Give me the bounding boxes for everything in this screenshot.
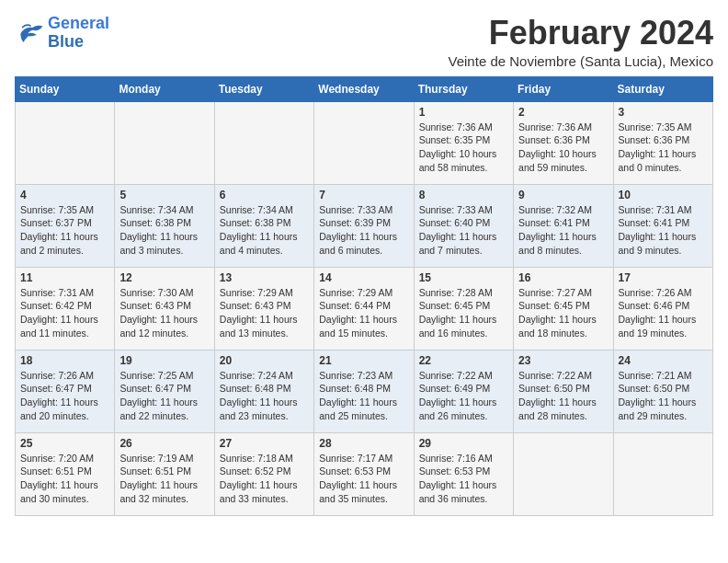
calendar-day-cell: 9Sunrise: 7:32 AM Sunset: 6:41 PM Daylig…: [514, 184, 613, 267]
location-title: Veinte de Noviembre (Santa Lucia), Mexic…: [449, 53, 713, 69]
day-info: Sunrise: 7:34 AM Sunset: 6:38 PM Dayligh…: [119, 203, 209, 258]
calendar-day-cell: 29Sunrise: 7:16 AM Sunset: 6:53 PM Dayli…: [414, 432, 513, 515]
day-info: Sunrise: 7:18 AM Sunset: 6:52 PM Dayligh…: [220, 452, 309, 506]
day-number: 3: [619, 106, 708, 119]
day-info: Sunrise: 7:21 AM Sunset: 6:50 PM Dayligh…: [619, 369, 708, 423]
day-number: 25: [20, 437, 109, 450]
day-info: Sunrise: 7:26 AM Sunset: 6:47 PM Dayligh…: [20, 369, 109, 423]
day-number: 20: [220, 354, 309, 367]
day-info: Sunrise: 7:24 AM Sunset: 6:48 PM Dayligh…: [220, 369, 309, 423]
calendar-day-cell: 5Sunrise: 7:34 AM Sunset: 6:38 PM Daylig…: [115, 184, 214, 267]
calendar-week-row: 11Sunrise: 7:31 AM Sunset: 6:42 PM Dayli…: [16, 267, 713, 350]
calendar-week-row: 4Sunrise: 7:35 AM Sunset: 6:37 PM Daylig…: [16, 184, 713, 267]
calendar-day-cell: 1Sunrise: 7:36 AM Sunset: 6:35 PM Daylig…: [414, 101, 513, 184]
day-of-week-header: Thursday: [414, 76, 513, 101]
calendar-day-cell: 21Sunrise: 7:23 AM Sunset: 6:48 PM Dayli…: [314, 350, 414, 432]
calendar-day-cell: 26Sunrise: 7:19 AM Sunset: 6:51 PM Dayli…: [115, 432, 214, 515]
day-number: 12: [119, 271, 209, 284]
title-block: February 2024 Veinte de Noviembre (Santa…: [449, 15, 713, 69]
day-info: Sunrise: 7:22 AM Sunset: 6:49 PM Dayligh…: [419, 369, 508, 423]
calendar-day-cell: [214, 101, 313, 184]
day-info: Sunrise: 7:25 AM Sunset: 6:47 PM Dayligh…: [119, 369, 209, 423]
day-number: 21: [319, 354, 408, 367]
calendar-day-cell: 12Sunrise: 7:30 AM Sunset: 6:43 PM Dayli…: [115, 267, 214, 350]
day-info: Sunrise: 7:35 AM Sunset: 6:36 PM Dayligh…: [619, 121, 708, 175]
day-of-week-header: Tuesday: [214, 76, 313, 101]
day-number: 10: [619, 189, 708, 201]
day-of-week-header: Saturday: [613, 76, 712, 101]
calendar-day-cell: [16, 101, 115, 184]
day-number: 13: [220, 271, 309, 284]
calendar-day-cell: 8Sunrise: 7:33 AM Sunset: 6:40 PM Daylig…: [414, 184, 513, 267]
calendar-day-cell: 18Sunrise: 7:26 AM Sunset: 6:47 PM Dayli…: [16, 350, 115, 432]
day-info: Sunrise: 7:26 AM Sunset: 6:46 PM Dayligh…: [619, 286, 708, 340]
day-info: Sunrise: 7:31 AM Sunset: 6:42 PM Dayligh…: [20, 286, 109, 340]
day-info: Sunrise: 7:35 AM Sunset: 6:37 PM Dayligh…: [20, 203, 109, 258]
day-info: Sunrise: 7:27 AM Sunset: 6:45 PM Dayligh…: [518, 286, 608, 340]
calendar-day-cell: 15Sunrise: 7:28 AM Sunset: 6:45 PM Dayli…: [414, 267, 513, 350]
day-info: Sunrise: 7:33 AM Sunset: 6:40 PM Dayligh…: [419, 203, 508, 258]
calendar-week-row: 18Sunrise: 7:26 AM Sunset: 6:47 PM Dayli…: [16, 350, 713, 432]
day-of-week-header: Sunday: [16, 76, 115, 101]
day-info: Sunrise: 7:30 AM Sunset: 6:43 PM Dayligh…: [119, 286, 209, 340]
day-number: 23: [518, 354, 608, 367]
calendar-day-cell: 14Sunrise: 7:29 AM Sunset: 6:44 PM Dayli…: [314, 267, 414, 350]
day-number: 8: [419, 189, 508, 201]
day-info: Sunrise: 7:28 AM Sunset: 6:45 PM Dayligh…: [419, 286, 508, 340]
calendar-day-cell: 19Sunrise: 7:25 AM Sunset: 6:47 PM Dayli…: [115, 350, 214, 432]
day-number: 2: [518, 106, 608, 119]
day-number: 27: [220, 437, 309, 450]
page-header: General Blue February 2024 Veinte de Nov…: [15, 15, 713, 69]
calendar-day-cell: 28Sunrise: 7:17 AM Sunset: 6:53 PM Dayli…: [314, 432, 414, 515]
calendar-day-cell: 17Sunrise: 7:26 AM Sunset: 6:46 PM Dayli…: [613, 267, 712, 350]
day-number: 26: [119, 437, 209, 450]
day-number: 16: [518, 271, 608, 284]
day-info: Sunrise: 7:36 AM Sunset: 6:36 PM Dayligh…: [518, 121, 608, 175]
calendar-week-row: 25Sunrise: 7:20 AM Sunset: 6:51 PM Dayli…: [16, 432, 713, 515]
calendar-day-cell: 22Sunrise: 7:22 AM Sunset: 6:49 PM Dayli…: [414, 350, 513, 432]
calendar-day-cell: 23Sunrise: 7:22 AM Sunset: 6:50 PM Dayli…: [514, 350, 613, 432]
day-info: Sunrise: 7:34 AM Sunset: 6:38 PM Dayligh…: [220, 203, 309, 258]
day-number: 6: [220, 189, 309, 201]
calendar-body: 1Sunrise: 7:36 AM Sunset: 6:35 PM Daylig…: [16, 101, 713, 515]
calendar-header-row: SundayMondayTuesdayWednesdayThursdayFrid…: [16, 76, 713, 101]
logo: General Blue: [15, 15, 109, 52]
logo-text: General Blue: [48, 15, 109, 52]
month-title: February 2024: [449, 15, 713, 52]
day-number: 7: [319, 189, 408, 201]
calendar-day-cell: 16Sunrise: 7:27 AM Sunset: 6:45 PM Dayli…: [514, 267, 613, 350]
logo-blue: Blue: [48, 32, 84, 51]
calendar-day-cell: [514, 432, 613, 515]
day-number: 4: [20, 189, 109, 201]
calendar-week-row: 1Sunrise: 7:36 AM Sunset: 6:35 PM Daylig…: [16, 101, 713, 184]
day-info: Sunrise: 7:23 AM Sunset: 6:48 PM Dayligh…: [319, 369, 408, 423]
calendar-day-cell: 7Sunrise: 7:33 AM Sunset: 6:39 PM Daylig…: [314, 184, 414, 267]
day-number: 9: [518, 189, 608, 201]
day-info: Sunrise: 7:19 AM Sunset: 6:51 PM Dayligh…: [119, 452, 209, 506]
day-number: 28: [319, 437, 408, 450]
day-number: 15: [419, 271, 508, 284]
day-info: Sunrise: 7:31 AM Sunset: 6:41 PM Dayligh…: [619, 203, 708, 258]
calendar-day-cell: [115, 101, 214, 184]
calendar-day-cell: [314, 101, 414, 184]
calendar-day-cell: 20Sunrise: 7:24 AM Sunset: 6:48 PM Dayli…: [214, 350, 313, 432]
calendar-day-cell: [613, 432, 712, 515]
calendar-day-cell: 11Sunrise: 7:31 AM Sunset: 6:42 PM Dayli…: [16, 267, 115, 350]
logo-general: General: [48, 14, 109, 32]
calendar-day-cell: 6Sunrise: 7:34 AM Sunset: 6:38 PM Daylig…: [214, 184, 313, 267]
day-number: 11: [20, 271, 109, 284]
calendar-day-cell: 3Sunrise: 7:35 AM Sunset: 6:36 PM Daylig…: [613, 101, 712, 184]
day-number: 29: [419, 437, 508, 450]
calendar-day-cell: 13Sunrise: 7:29 AM Sunset: 6:43 PM Dayli…: [214, 267, 313, 350]
day-number: 14: [319, 271, 408, 284]
day-of-week-header: Wednesday: [314, 76, 414, 101]
day-number: 18: [20, 354, 109, 367]
day-info: Sunrise: 7:22 AM Sunset: 6:50 PM Dayligh…: [518, 369, 608, 423]
calendar-day-cell: 10Sunrise: 7:31 AM Sunset: 6:41 PM Dayli…: [613, 184, 712, 267]
day-info: Sunrise: 7:32 AM Sunset: 6:41 PM Dayligh…: [518, 203, 608, 258]
day-number: 19: [119, 354, 209, 367]
logo-bird-icon: [15, 20, 44, 46]
day-of-week-header: Friday: [514, 76, 613, 101]
day-info: Sunrise: 7:17 AM Sunset: 6:53 PM Dayligh…: [319, 452, 408, 506]
calendar-table: SundayMondayTuesdayWednesdayThursdayFrid…: [15, 76, 713, 516]
